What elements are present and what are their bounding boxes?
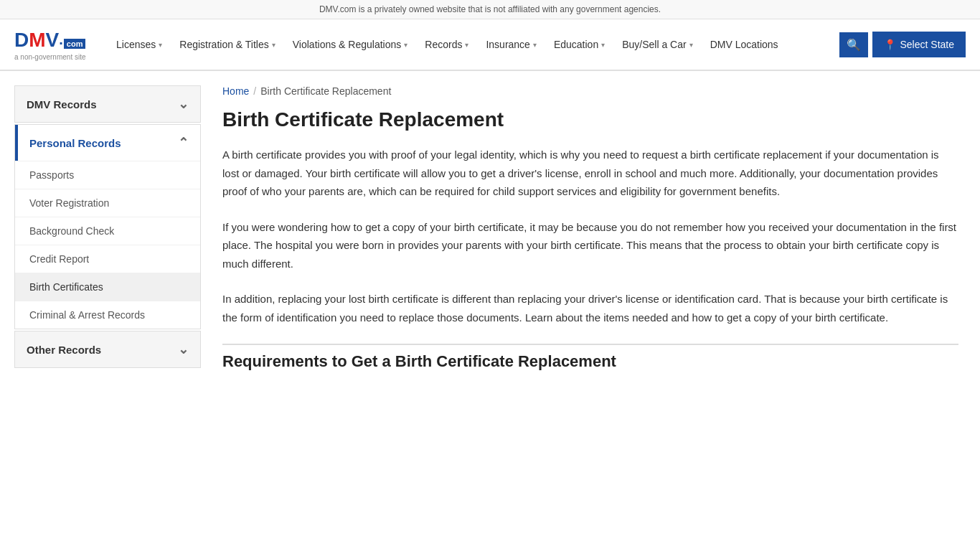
breadcrumb-separator: / [253, 85, 256, 97]
main-nav: Licenses ▾ Registration & Titles ▾ Viola… [108, 19, 834, 70]
sidebar-item-birth-certificates[interactable]: Birth Certificates [15, 273, 200, 301]
sidebar-header-personal-records[interactable]: Personal Records ⌃ [15, 125, 200, 161]
nav-insurance[interactable]: Insurance ▾ [477, 19, 545, 70]
sidebar-header-dmv-records[interactable]: DMV Records ⌄ [15, 86, 200, 122]
breadcrumb-home[interactable]: Home [222, 85, 249, 97]
logo-m: M [29, 29, 45, 52]
logo-d: D [14, 29, 29, 52]
logo-com: com [64, 39, 86, 49]
location-pin-icon: 📍 [884, 39, 896, 50]
chevron-down-icon: ▾ [272, 41, 275, 49]
logo-tagline: a non-government site [14, 53, 93, 61]
chevron-down-icon: ⌄ [178, 342, 189, 357]
nav-locations[interactable]: DMV Locations [702, 19, 787, 70]
chevron-down-icon: ▾ [533, 41, 537, 49]
sidebar-item-voter-registration[interactable]: Voter Registration [15, 189, 200, 217]
nav-registration[interactable]: Registration & Titles ▾ [171, 19, 284, 70]
nav-licenses[interactable]: Licenses ▾ [108, 19, 171, 70]
search-button[interactable]: 🔍 [839, 32, 868, 57]
breadcrumb-current: Birth Certificate Replacement [260, 85, 391, 97]
nav-education[interactable]: Education ▾ [545, 19, 613, 70]
nav-records[interactable]: Records ▾ [416, 19, 477, 70]
logo-dot: . [59, 32, 63, 48]
sidebar-section-dmv-records: DMV Records ⌄ [14, 85, 201, 123]
chevron-down-icon: ⌄ [178, 96, 189, 112]
paragraph-3: In addition, replacing your lost birth c… [222, 290, 958, 326]
sidebar-section-other-records: Other Records ⌄ [14, 331, 201, 368]
content-section-intro: A birth certificate provides you with pr… [222, 146, 958, 201]
chevron-down-icon: ▾ [689, 41, 693, 49]
select-state-button[interactable]: 📍 Select State [872, 32, 966, 57]
breadcrumb: Home / Birth Certificate Replacement [222, 85, 958, 97]
sidebar-header-other-records[interactable]: Other Records ⌄ [15, 331, 200, 367]
sidebar-item-credit-report[interactable]: Credit Report [15, 245, 200, 273]
main-container: DMV Records ⌄ Personal Records ⌃ Passpor… [0, 71, 980, 391]
nav-violations[interactable]: Violations & Regulations ▾ [284, 19, 417, 70]
content-section-replacing: In addition, replacing your lost birth c… [222, 290, 958, 326]
content-section-how: If you were wondering how to get a copy … [222, 218, 958, 273]
personal-records-items: Passports Voter Registration Background … [15, 161, 200, 329]
sidebar-section-personal-records: Personal Records ⌃ Passports Voter Regis… [14, 124, 201, 329]
chevron-down-icon: ▾ [465, 41, 468, 49]
main-content: Home / Birth Certificate Replacement Bir… [215, 85, 966, 377]
chevron-up-icon: ⌃ [178, 135, 189, 151]
sidebar-item-criminal-arrest[interactable]: Criminal & Arrest Records [15, 301, 200, 329]
page-title: Birth Certificate Replacement [222, 108, 958, 131]
top-banner: DMV.com is a privately owned website tha… [0, 0, 980, 19]
header: D M V . com a non-government site Licens… [0, 19, 980, 71]
logo-v: V [46, 29, 60, 52]
paragraph-2: If you were wondering how to get a copy … [222, 218, 958, 273]
paragraph-1: A birth certificate provides you with pr… [222, 146, 958, 201]
nav-buysell[interactable]: Buy/Sell a Car ▾ [613, 19, 701, 70]
sidebar-item-passports[interactable]: Passports [15, 161, 200, 189]
requirements-heading: Requirements to Get a Birth Certificate … [222, 344, 958, 371]
sidebar: DMV Records ⌄ Personal Records ⌃ Passpor… [14, 85, 201, 377]
chevron-down-icon: ▾ [159, 41, 162, 49]
chevron-down-icon: ▾ [601, 41, 605, 49]
logo[interactable]: D M V . com a non-government site [14, 29, 93, 61]
sidebar-item-background-check[interactable]: Background Check [15, 217, 200, 245]
chevron-down-icon: ▾ [404, 41, 407, 49]
